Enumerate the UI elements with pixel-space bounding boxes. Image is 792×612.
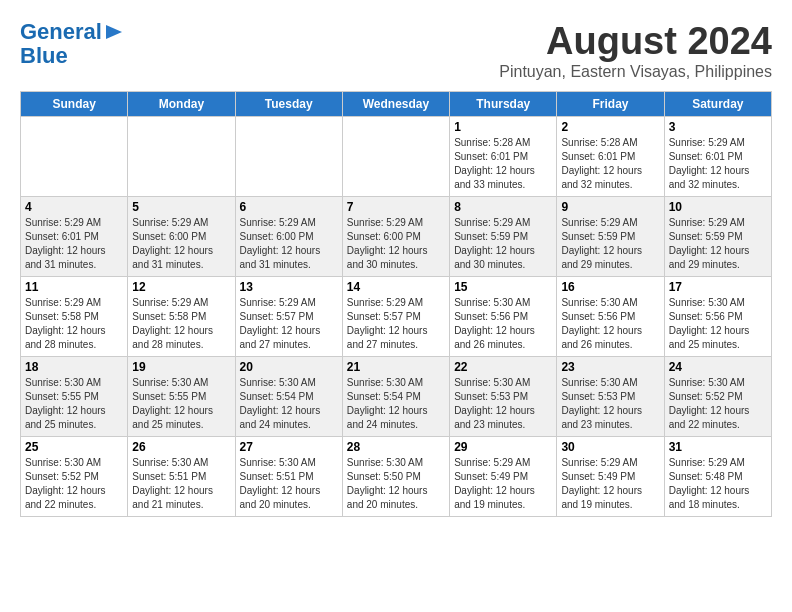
- calendar-cell: 11Sunrise: 5:29 AM Sunset: 5:58 PM Dayli…: [21, 277, 128, 357]
- day-number: 18: [25, 360, 123, 374]
- day-number: 2: [561, 120, 659, 134]
- day-info: Sunrise: 5:29 AM Sunset: 5:58 PM Dayligh…: [132, 297, 213, 350]
- calendar-cell: 3Sunrise: 5:29 AM Sunset: 6:01 PM Daylig…: [664, 117, 771, 197]
- day-header-saturday: Saturday: [664, 92, 771, 117]
- day-number: 20: [240, 360, 338, 374]
- day-number: 28: [347, 440, 445, 454]
- day-number: 3: [669, 120, 767, 134]
- calendar-cell: 21Sunrise: 5:30 AM Sunset: 5:54 PM Dayli…: [342, 357, 449, 437]
- day-info: Sunrise: 5:29 AM Sunset: 5:59 PM Dayligh…: [561, 217, 642, 270]
- day-number: 6: [240, 200, 338, 214]
- day-header-wednesday: Wednesday: [342, 92, 449, 117]
- calendar-week-row: 4Sunrise: 5:29 AM Sunset: 6:01 PM Daylig…: [21, 197, 772, 277]
- calendar-cell: 10Sunrise: 5:29 AM Sunset: 5:59 PM Dayli…: [664, 197, 771, 277]
- day-number: 5: [132, 200, 230, 214]
- day-info: Sunrise: 5:28 AM Sunset: 6:01 PM Dayligh…: [454, 137, 535, 190]
- day-info: Sunrise: 5:30 AM Sunset: 5:55 PM Dayligh…: [132, 377, 213, 430]
- day-number: 10: [669, 200, 767, 214]
- calendar-cell: 13Sunrise: 5:29 AM Sunset: 5:57 PM Dayli…: [235, 277, 342, 357]
- logo: General Blue: [20, 20, 122, 68]
- month-title: August 2024: [499, 20, 772, 63]
- day-info: Sunrise: 5:29 AM Sunset: 5:59 PM Dayligh…: [669, 217, 750, 270]
- calendar-cell: 17Sunrise: 5:30 AM Sunset: 5:56 PM Dayli…: [664, 277, 771, 357]
- calendar-cell: 27Sunrise: 5:30 AM Sunset: 5:51 PM Dayli…: [235, 437, 342, 517]
- day-header-sunday: Sunday: [21, 92, 128, 117]
- calendar-cell: 26Sunrise: 5:30 AM Sunset: 5:51 PM Dayli…: [128, 437, 235, 517]
- day-number: 24: [669, 360, 767, 374]
- svg-marker-0: [106, 25, 122, 39]
- day-info: Sunrise: 5:29 AM Sunset: 6:00 PM Dayligh…: [240, 217, 321, 270]
- day-number: 29: [454, 440, 552, 454]
- calendar-cell: 1Sunrise: 5:28 AM Sunset: 6:01 PM Daylig…: [450, 117, 557, 197]
- day-info: Sunrise: 5:29 AM Sunset: 5:57 PM Dayligh…: [347, 297, 428, 350]
- day-number: 19: [132, 360, 230, 374]
- day-number: 1: [454, 120, 552, 134]
- calendar-cell: 29Sunrise: 5:29 AM Sunset: 5:49 PM Dayli…: [450, 437, 557, 517]
- day-info: Sunrise: 5:29 AM Sunset: 5:59 PM Dayligh…: [454, 217, 535, 270]
- day-info: Sunrise: 5:30 AM Sunset: 5:56 PM Dayligh…: [454, 297, 535, 350]
- calendar-cell: [128, 117, 235, 197]
- day-info: Sunrise: 5:30 AM Sunset: 5:53 PM Dayligh…: [561, 377, 642, 430]
- calendar-header-row: SundayMondayTuesdayWednesdayThursdayFrid…: [21, 92, 772, 117]
- day-number: 17: [669, 280, 767, 294]
- day-info: Sunrise: 5:30 AM Sunset: 5:51 PM Dayligh…: [240, 457, 321, 510]
- calendar-cell: 25Sunrise: 5:30 AM Sunset: 5:52 PM Dayli…: [21, 437, 128, 517]
- day-info: Sunrise: 5:30 AM Sunset: 5:54 PM Dayligh…: [240, 377, 321, 430]
- day-info: Sunrise: 5:30 AM Sunset: 5:52 PM Dayligh…: [669, 377, 750, 430]
- day-number: 11: [25, 280, 123, 294]
- calendar-cell: 4Sunrise: 5:29 AM Sunset: 6:01 PM Daylig…: [21, 197, 128, 277]
- day-number: 12: [132, 280, 230, 294]
- logo-blue: Blue: [20, 44, 68, 68]
- title-area: August 2024 Pintuyan, Eastern Visayas, P…: [499, 20, 772, 81]
- day-number: 9: [561, 200, 659, 214]
- day-info: Sunrise: 5:30 AM Sunset: 5:55 PM Dayligh…: [25, 377, 106, 430]
- day-info: Sunrise: 5:29 AM Sunset: 6:00 PM Dayligh…: [132, 217, 213, 270]
- day-info: Sunrise: 5:30 AM Sunset: 5:54 PM Dayligh…: [347, 377, 428, 430]
- day-info: Sunrise: 5:30 AM Sunset: 5:53 PM Dayligh…: [454, 377, 535, 430]
- day-info: Sunrise: 5:29 AM Sunset: 5:49 PM Dayligh…: [454, 457, 535, 510]
- logo-blue-text: Blue: [20, 43, 68, 68]
- logo-text: General: [20, 20, 102, 44]
- calendar-cell: 30Sunrise: 5:29 AM Sunset: 5:49 PM Dayli…: [557, 437, 664, 517]
- day-info: Sunrise: 5:29 AM Sunset: 5:49 PM Dayligh…: [561, 457, 642, 510]
- day-number: 7: [347, 200, 445, 214]
- day-info: Sunrise: 5:30 AM Sunset: 5:56 PM Dayligh…: [561, 297, 642, 350]
- calendar-cell: [342, 117, 449, 197]
- day-info: Sunrise: 5:28 AM Sunset: 6:01 PM Dayligh…: [561, 137, 642, 190]
- calendar-cell: 18Sunrise: 5:30 AM Sunset: 5:55 PM Dayli…: [21, 357, 128, 437]
- day-header-monday: Monday: [128, 92, 235, 117]
- calendar-week-row: 1Sunrise: 5:28 AM Sunset: 6:01 PM Daylig…: [21, 117, 772, 197]
- day-number: 22: [454, 360, 552, 374]
- calendar-cell: 16Sunrise: 5:30 AM Sunset: 5:56 PM Dayli…: [557, 277, 664, 357]
- logo-flag-icon: [104, 25, 122, 39]
- calendar-cell: 24Sunrise: 5:30 AM Sunset: 5:52 PM Dayli…: [664, 357, 771, 437]
- calendar-cell: 9Sunrise: 5:29 AM Sunset: 5:59 PM Daylig…: [557, 197, 664, 277]
- day-number: 23: [561, 360, 659, 374]
- day-number: 30: [561, 440, 659, 454]
- day-info: Sunrise: 5:30 AM Sunset: 5:52 PM Dayligh…: [25, 457, 106, 510]
- calendar-cell: 22Sunrise: 5:30 AM Sunset: 5:53 PM Dayli…: [450, 357, 557, 437]
- calendar-cell: 28Sunrise: 5:30 AM Sunset: 5:50 PM Dayli…: [342, 437, 449, 517]
- day-info: Sunrise: 5:29 AM Sunset: 6:00 PM Dayligh…: [347, 217, 428, 270]
- calendar-cell: 14Sunrise: 5:29 AM Sunset: 5:57 PM Dayli…: [342, 277, 449, 357]
- day-number: 26: [132, 440, 230, 454]
- calendar-cell: 6Sunrise: 5:29 AM Sunset: 6:00 PM Daylig…: [235, 197, 342, 277]
- day-info: Sunrise: 5:30 AM Sunset: 5:51 PM Dayligh…: [132, 457, 213, 510]
- day-number: 8: [454, 200, 552, 214]
- calendar-cell: 31Sunrise: 5:29 AM Sunset: 5:48 PM Dayli…: [664, 437, 771, 517]
- day-number: 4: [25, 200, 123, 214]
- day-number: 27: [240, 440, 338, 454]
- day-info: Sunrise: 5:29 AM Sunset: 5:48 PM Dayligh…: [669, 457, 750, 510]
- calendar-cell: 12Sunrise: 5:29 AM Sunset: 5:58 PM Dayli…: [128, 277, 235, 357]
- day-header-thursday: Thursday: [450, 92, 557, 117]
- day-info: Sunrise: 5:29 AM Sunset: 6:01 PM Dayligh…: [669, 137, 750, 190]
- calendar-cell: 8Sunrise: 5:29 AM Sunset: 5:59 PM Daylig…: [450, 197, 557, 277]
- page-header: General Blue August 2024 Pintuyan, Easte…: [20, 20, 772, 81]
- day-number: 14: [347, 280, 445, 294]
- day-info: Sunrise: 5:29 AM Sunset: 5:57 PM Dayligh…: [240, 297, 321, 350]
- calendar-cell: 7Sunrise: 5:29 AM Sunset: 6:00 PM Daylig…: [342, 197, 449, 277]
- calendar-cell: [235, 117, 342, 197]
- logo-general: General: [20, 19, 102, 44]
- location-title: Pintuyan, Eastern Visayas, Philippines: [499, 63, 772, 81]
- calendar-table: SundayMondayTuesdayWednesdayThursdayFrid…: [20, 91, 772, 517]
